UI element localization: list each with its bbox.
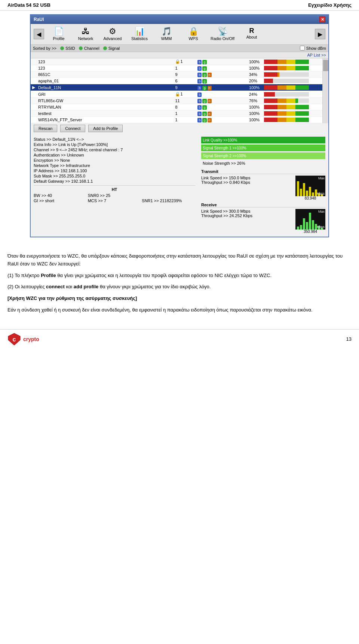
page-number: 13 xyxy=(346,336,352,342)
row-channel: 🔒1 xyxy=(174,91,196,98)
row-percent: 20% xyxy=(248,78,263,84)
tab-wps[interactable]: 🔒 WPS xyxy=(180,25,206,43)
signal-strength-2-bar: Signal Strength 2 >>100% xyxy=(201,152,325,159)
tab-profile[interactable]: 📄 Profile xyxy=(46,25,72,43)
titlebar: RaUI ✕ xyxy=(31,15,328,24)
row-channel: 6 xyxy=(174,78,196,84)
row-tags: bg xyxy=(196,58,248,65)
row-signal-bar xyxy=(263,84,322,91)
section-title-bold: [Χρήση WZC για την ρύθμιση της ασύρματης… xyxy=(7,295,137,301)
receive-chart-max: Max xyxy=(318,210,325,213)
section-title-text: [Χρήση WZC για την ρύθμιση της ασύρματης… xyxy=(7,295,352,303)
channel-label: Channel xyxy=(84,46,99,51)
signal-strength-1-bar: Signal Strength 1 >>100% xyxy=(201,145,325,151)
tab-statistics-label: Statistics xyxy=(131,36,148,41)
default-gw-line: Default Gateway >> 192.168.1.1 xyxy=(34,179,195,184)
row-signal-bar xyxy=(263,104,322,110)
item2-bold2: add profile xyxy=(74,284,98,289)
tab-radio[interactable]: 📡 Radio On/Off xyxy=(207,25,238,43)
gi-value: GI >> short xyxy=(34,198,87,203)
row-arrow xyxy=(31,117,37,123)
table-row[interactable]: testtest1bgn100% xyxy=(31,110,322,117)
show-dbm-checkbox[interactable] xyxy=(300,46,305,51)
connect-button[interactable]: Connect xyxy=(60,125,85,132)
profile-icon: 📄 xyxy=(54,27,64,36)
row-percent: 100% xyxy=(248,104,263,110)
toolbar: ◀ 📄 Profile 🖧 Network ⚙ Advanced 📊 Stati… xyxy=(31,24,328,45)
ap-sort-header: Sorted by >> SSID Channel Signal Show dB… xyxy=(31,45,328,52)
tab-advanced[interactable]: ⚙ Advanced xyxy=(99,25,126,43)
table-row[interactable]: 123🔒1bg100% xyxy=(31,58,322,65)
signal-sort[interactable]: Signal xyxy=(103,46,120,51)
row-signal-bar xyxy=(263,78,322,84)
scroll-thumb[interactable] xyxy=(323,60,328,71)
mcs-value: MCS >> 7 xyxy=(88,198,141,203)
transmit-chart: Max Kbps xyxy=(295,176,325,196)
row-tags: bg xyxy=(196,78,248,84)
transmit-link-speed: Link Speed >> 150.0 Mbps xyxy=(201,176,292,180)
item1-suffix: θα γίνει γκρι χρώματος και η λειτουργία … xyxy=(56,273,271,278)
row-ssid: RTL865x-GW xyxy=(37,98,174,104)
transmit-chart-unit: Kbps xyxy=(317,192,325,195)
paragraph-item1: (1) Το πλήκτρο Profile θα γίνει γκρι χρώ… xyxy=(7,272,352,280)
row-arrow xyxy=(31,72,37,78)
tab-network-label: Network xyxy=(78,36,93,41)
auth-line: Authentication >> Unknown xyxy=(34,152,195,158)
row-arrow xyxy=(31,65,37,72)
forward-button[interactable]: ▶ xyxy=(315,29,325,39)
row-signal-bar xyxy=(263,58,322,65)
add-profile-button[interactable]: Add to Profile xyxy=(88,125,123,132)
row-tags: bg xyxy=(196,65,248,72)
row-arrow xyxy=(31,58,37,65)
paragraph-item2: (2) Οι λειτουργίες connect και add profi… xyxy=(7,283,352,291)
receive-chart-container: Max Kbps xyxy=(295,209,325,234)
row-tags: bg xyxy=(196,104,248,110)
ap-scrollbar[interactable] xyxy=(322,58,328,123)
tab-radio-label: Radio On/Off xyxy=(211,36,234,41)
table-row[interactable]: WR514VN_FTP_Server1bgn100% xyxy=(31,117,322,123)
back-button[interactable]: ◀ xyxy=(34,29,44,39)
tab-wmm[interactable]: 🎵 WMM xyxy=(153,25,180,43)
show-dbm-label: Show dBm xyxy=(306,46,326,51)
status-left: Status >> Default_11N <--> Extra Info >>… xyxy=(32,135,197,235)
row-percent: 100% xyxy=(248,117,263,123)
table-row[interactable]: GRI🔒1b24% xyxy=(31,91,322,98)
ssid-sort[interactable]: SSID xyxy=(60,46,75,51)
channel-sort[interactable]: Channel xyxy=(79,46,99,51)
signal-strength-1-label: Signal Strength 1 >>100% xyxy=(203,146,246,150)
table-row[interactable]: RTL865x-GW11bgn76% xyxy=(31,98,322,104)
row-tags: bgn xyxy=(196,98,248,104)
table-row[interactable]: 8651C9bgn34% xyxy=(31,72,322,78)
receive-link-speed: Link Speed >> 300.0 Mbps xyxy=(201,209,292,213)
bw-value: BW >> 40 xyxy=(34,193,87,198)
row-percent: 100% xyxy=(248,84,263,91)
tab-network[interactable]: 🖧 Network xyxy=(73,25,99,43)
item2-mid: και xyxy=(65,284,74,289)
ap-list-link[interactable]: AP List >> xyxy=(307,53,326,57)
row-percent: 34% xyxy=(248,72,263,78)
statistics-icon: 📊 xyxy=(135,27,145,36)
tab-wps-label: WPS xyxy=(188,36,198,41)
transmit-row: Link Speed >> 150.0 Mbps Throughput >> 0… xyxy=(201,176,325,200)
transmit-chart-container: Max Kbps xyxy=(295,176,325,200)
row-channel: 9 xyxy=(174,84,196,91)
tab-statistics[interactable]: 📊 Statistics xyxy=(126,25,153,43)
channel-line: Channel >> 9 <--> 2452 MHz; central chan… xyxy=(34,147,195,152)
row-tags: bgn xyxy=(196,117,248,123)
table-row[interactable]: 1231bg100% xyxy=(31,65,322,72)
table-row[interactable]: ▶Default_11N9bgn100% xyxy=(31,84,322,91)
signal-strength-2-label: Signal Strength 2 >>100% xyxy=(203,154,246,158)
table-row[interactable]: agapha_016bg20% xyxy=(31,78,322,84)
table-row[interactable]: RTRYWLAN8bg100% xyxy=(31,104,322,110)
tab-about[interactable]: R About xyxy=(239,25,265,43)
close-button[interactable]: ✕ xyxy=(319,16,325,22)
row-tags: b xyxy=(196,91,248,98)
show-dbm-container: Show dBm xyxy=(300,46,326,51)
radio-icon: 📡 xyxy=(218,27,228,36)
row-percent: 76% xyxy=(248,98,263,104)
row-ssid: 123 xyxy=(37,65,174,72)
doc-title-right: Εγχειρίδιο Χρήσης xyxy=(308,2,352,8)
row-percent: 100% xyxy=(248,58,263,65)
rescan-button[interactable]: Rescan xyxy=(34,125,57,132)
doc-title-left: AirData 54 S2 USB xyxy=(7,2,50,8)
